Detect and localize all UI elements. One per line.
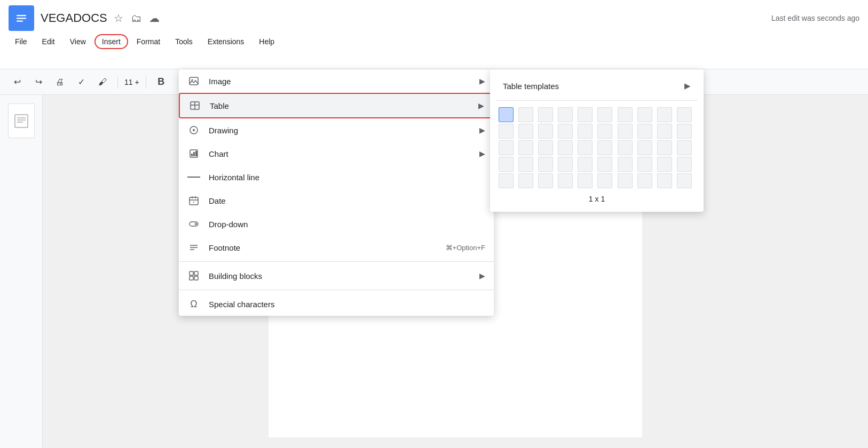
grid-cell[interactable]	[677, 107, 692, 122]
menu-item-footnote[interactable]: Footnote ⌘+Option+F	[179, 236, 494, 259]
hline-icon	[187, 171, 200, 183]
table-arrow: ▶	[478, 101, 484, 110]
building-blocks-arrow: ▶	[479, 271, 485, 280]
print-button[interactable]: 🖨	[51, 74, 68, 91]
grid-cell[interactable]	[499, 173, 514, 188]
folder-icon[interactable]: 🗂	[131, 12, 141, 25]
grid-cell[interactable]	[618, 173, 633, 188]
bold-button[interactable]: B	[153, 74, 170, 91]
menu-tools[interactable]: Tools	[169, 34, 199, 49]
grid-cell[interactable]	[637, 157, 652, 172]
svg-rect-19	[190, 197, 198, 205]
table-templates-arrow: ▶	[684, 81, 691, 91]
table-submenu: Table templates ▶ 1 x 1	[490, 69, 704, 212]
grid-cell[interactable]	[538, 140, 553, 155]
grid-cell[interactable]	[518, 124, 533, 139]
grid-cell[interactable]	[499, 140, 514, 155]
menu-help[interactable]: Help	[252, 34, 281, 49]
menu-view[interactable]: View	[64, 34, 92, 49]
grid-cell[interactable]	[518, 140, 533, 155]
grid-cell[interactable]	[558, 124, 573, 139]
grid-cell[interactable]	[578, 124, 593, 139]
svg-rect-30	[194, 271, 198, 275]
menu-item-drawing[interactable]: Drawing ▶	[179, 118, 494, 142]
grid-cell[interactable]	[618, 140, 633, 155]
hline-label: Horizontal line	[209, 173, 259, 182]
grid-cell[interactable]	[597, 157, 612, 172]
grid-cell[interactable]	[518, 173, 533, 188]
menu-insert[interactable]: Insert	[94, 34, 128, 49]
grid-cell[interactable]	[618, 157, 633, 172]
font-size[interactable]: 11	[124, 78, 133, 86]
svg-point-25	[195, 223, 197, 225]
grid-cell[interactable]	[637, 107, 652, 122]
menu-format[interactable]: Format	[130, 34, 167, 49]
spellcheck-button[interactable]: ✓	[73, 74, 90, 91]
grid-cell[interactable]	[597, 124, 612, 139]
font-size-area: 11 +	[124, 78, 139, 86]
special-chars-icon: Ω	[187, 298, 200, 310]
table-templates-item[interactable]: Table templates ▶	[496, 76, 697, 96]
menu-edit[interactable]: Edit	[36, 34, 61, 49]
grid-cell[interactable]	[558, 173, 573, 188]
grid-cell[interactable]	[597, 107, 612, 122]
grid-cell[interactable]	[597, 140, 612, 155]
menu-item-hline[interactable]: Horizontal line	[179, 165, 494, 189]
grid-cell[interactable]	[677, 140, 692, 155]
grid-cell[interactable]	[518, 107, 533, 122]
grid-cell[interactable]	[558, 107, 573, 122]
grid-cell[interactable]	[677, 173, 692, 188]
grid-cell[interactable]	[637, 124, 652, 139]
grid-cell[interactable]	[538, 157, 553, 172]
menu-file[interactable]: File	[9, 34, 34, 49]
chart-icon	[187, 147, 200, 160]
grid-cell[interactable]	[538, 173, 553, 188]
grid-cell[interactable]	[578, 173, 593, 188]
grid-cell[interactable]	[499, 107, 514, 122]
title-icons: ☆ 🗂 ☁	[114, 12, 160, 25]
image-label: Image	[209, 77, 231, 86]
grid-cell[interactable]	[677, 157, 692, 172]
cloud-icon[interactable]: ☁	[149, 12, 160, 25]
grid-cell[interactable]	[677, 124, 692, 139]
grid-cell[interactable]	[657, 124, 672, 139]
grid-cell[interactable]	[618, 107, 633, 122]
paint-format-button[interactable]: 🖌	[94, 74, 111, 91]
undo-button[interactable]: ↩	[9, 74, 26, 91]
menu-extensions[interactable]: Extensions	[201, 34, 250, 49]
date-label: Date	[209, 196, 226, 205]
page-thumbnail[interactable]	[8, 103, 35, 138]
svg-rect-29	[190, 271, 193, 275]
redo-button[interactable]: ↪	[30, 74, 47, 91]
grid-cell[interactable]	[538, 124, 553, 139]
grid-cell[interactable]	[558, 157, 573, 172]
star-icon[interactable]: ☆	[114, 12, 123, 25]
grid-cell[interactable]	[637, 173, 652, 188]
grid-cell[interactable]	[637, 140, 652, 155]
grid-cell[interactable]	[657, 173, 672, 188]
menu-item-date[interactable]: Date	[179, 189, 494, 212]
font-size-plus[interactable]: +	[135, 78, 139, 86]
menu-item-image[interactable]: Image ▶	[179, 69, 494, 93]
menu-item-building-blocks[interactable]: Building blocks ▶	[179, 264, 494, 287]
svg-rect-18	[195, 151, 197, 156]
menu-item-special-chars[interactable]: Ω Special characters	[179, 292, 494, 316]
grid-cell[interactable]	[499, 124, 514, 139]
grid-cell[interactable]	[578, 140, 593, 155]
grid-cell[interactable]	[518, 157, 533, 172]
building-blocks-label: Building blocks	[209, 271, 262, 281]
grid-cell[interactable]	[657, 140, 672, 155]
grid-cell[interactable]	[597, 173, 612, 188]
grid-cell[interactable]	[558, 140, 573, 155]
menu-item-chart[interactable]: Chart ▶	[179, 142, 494, 165]
menu-item-dropdown[interactable]: Drop-down	[179, 212, 494, 236]
drawing-arrow: ▶	[479, 126, 485, 134]
menu-item-table[interactable]: Table ▶	[179, 93, 494, 118]
grid-cell[interactable]	[657, 157, 672, 172]
grid-cell[interactable]	[578, 107, 593, 122]
grid-cell[interactable]	[499, 157, 514, 172]
grid-cell[interactable]	[618, 124, 633, 139]
grid-cell[interactable]	[578, 157, 593, 172]
grid-cell[interactable]	[657, 107, 672, 122]
grid-cell[interactable]	[538, 107, 553, 122]
